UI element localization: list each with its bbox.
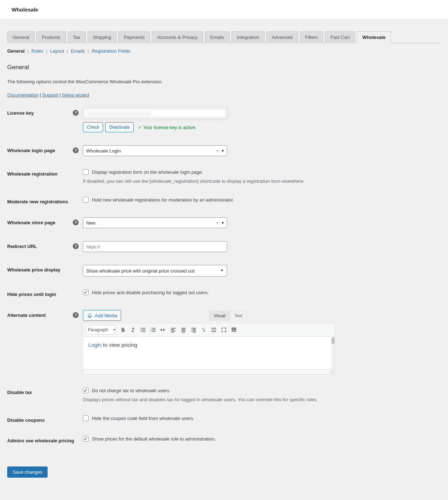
tab-tax[interactable]: Tax [68, 31, 86, 43]
registration-label: Wholesale registration [7, 171, 57, 177]
section-description: The following options control the WooCom… [7, 79, 441, 84]
subtab-layout[interactable]: Layout [50, 48, 64, 54]
editor-tab-visual[interactable]: Visual [209, 311, 230, 321]
redirect-url-input[interactable] [83, 241, 227, 252]
clear-icon[interactable]: × [216, 220, 219, 226]
svg-rect-33 [233, 329, 235, 331]
bold-icon[interactable] [118, 325, 128, 335]
svg-point-0 [141, 328, 142, 329]
bullet-list-icon[interactable] [138, 325, 148, 335]
editor-scrollbar[interactable] [331, 337, 335, 369]
disable-coupons-checkbox[interactable] [83, 415, 89, 421]
clear-icon[interactable]: × [216, 148, 219, 154]
media-icon [87, 313, 93, 318]
admins-see-checkbox[interactable] [83, 436, 89, 442]
svg-rect-21 [193, 329, 196, 330]
svg-rect-31 [235, 328, 236, 329]
svg-rect-34 [235, 329, 236, 331]
tab-wholesale[interactable]: Wholesale [357, 31, 391, 43]
license-check-button[interactable]: Check [83, 122, 103, 132]
save-changes-button[interactable]: Save changes [7, 466, 48, 478]
price-display-select[interactable]: Show wholesale price with original price… [83, 265, 227, 276]
svg-rect-14 [171, 331, 176, 331]
tab-products[interactable]: Products [36, 31, 66, 43]
subtab-registration-fields[interactable]: Registration Fields [92, 48, 130, 54]
italic-icon[interactable] [128, 325, 138, 335]
alt-content-label: Alternate content [7, 313, 46, 318]
svg-point-4 [141, 331, 142, 332]
quote-icon[interactable] [159, 325, 168, 335]
editor-toolbar: Paragraph 123 [83, 323, 335, 337]
setup-wizard-link[interactable]: Setup wizard [62, 92, 89, 98]
documentation-link[interactable]: Documentation [7, 92, 39, 98]
license-key-input[interactable] [83, 108, 227, 119]
hide-prices-checkbox[interactable] [83, 289, 89, 295]
tab-filters[interactable]: Filters [300, 31, 323, 43]
chevron-down-icon: ▾ [222, 220, 224, 225]
help-icon[interactable]: ? [73, 312, 79, 318]
store-page-select[interactable]: New × ▾ [83, 217, 227, 228]
moderate-label: Moderate new registrations [7, 199, 68, 204]
help-icon[interactable]: ? [73, 147, 79, 153]
tab-integration[interactable]: Integration [231, 31, 264, 43]
svg-rect-11 [152, 331, 155, 332]
svg-rect-1 [142, 328, 145, 329]
svg-rect-16 [181, 328, 186, 329]
support-link[interactable]: Support [42, 92, 59, 98]
svg-rect-27 [213, 329, 214, 330]
login-page-select[interactable]: Wholesale Login × ▾ [83, 145, 227, 156]
svg-rect-25 [212, 331, 216, 332]
editor-resize-handle[interactable] [83, 369, 335, 374]
svg-rect-32 [232, 329, 233, 331]
login-page-label: Wholesale login page [7, 148, 55, 153]
svg-rect-13 [171, 329, 174, 330]
tab-emails[interactable]: Emails [205, 31, 230, 43]
link-icon[interactable] [199, 325, 208, 335]
disable-tax-label: Disable tax [7, 390, 32, 395]
add-media-button[interactable]: Add Media [83, 310, 121, 321]
chevron-down-icon: ▾ [222, 148, 224, 153]
tab-shipping[interactable]: Shipping [88, 31, 117, 43]
align-left-icon[interactable] [169, 325, 178, 335]
help-icon[interactable]: ? [73, 110, 79, 116]
format-select[interactable]: Paragraph [85, 325, 115, 335]
svg-rect-29 [232, 328, 233, 329]
subtab-roles[interactable]: Roles [31, 48, 43, 54]
align-right-icon[interactable] [189, 325, 198, 335]
svg-rect-17 [182, 329, 185, 330]
page-title: Wholesale [12, 6, 436, 13]
svg-rect-19 [182, 332, 185, 332]
number-list-icon[interactable]: 123 [148, 325, 158, 335]
registration-check-label: Display registration form on the wholesa… [92, 169, 203, 175]
doc-links: Documentation|Support|Setup wizard [7, 92, 441, 98]
tab-accounts-privacy[interactable]: Accounts & Privacy [152, 31, 203, 43]
tab-general[interactable]: General [7, 31, 35, 43]
align-center-icon[interactable] [179, 325, 188, 335]
disable-tax-checkbox[interactable] [83, 388, 89, 393]
toolbar-toggle-icon[interactable] [229, 325, 239, 335]
svg-rect-15 [171, 332, 174, 332]
settings-tabs: GeneralProductsTaxShippingPaymentsAccoun… [7, 19, 441, 43]
tab-advanced[interactable]: Advanced [266, 31, 298, 43]
help-icon[interactable]: ? [73, 243, 79, 249]
fullscreen-icon[interactable] [219, 325, 229, 335]
svg-rect-5 [142, 331, 145, 332]
editor-login-link[interactable]: Login [88, 342, 102, 348]
svg-rect-28 [215, 329, 216, 330]
svg-rect-24 [212, 328, 216, 329]
tab-payments[interactable]: Payments [118, 31, 150, 43]
admins-see-check-label: Show prices for the default wholesale ro… [92, 436, 216, 442]
editor-tab-text[interactable]: Text [230, 311, 247, 321]
hide-prices-check-label: Hide prices and disable purchasing for l… [92, 290, 209, 295]
registration-checkbox[interactable] [83, 169, 89, 175]
read-more-icon[interactable] [209, 325, 218, 335]
subtab-general[interactable]: General [7, 48, 25, 54]
license-deactivate-button[interactable]: Deactivate [105, 122, 134, 132]
moderate-checkbox[interactable] [83, 197, 89, 203]
editor-body[interactable]: Login to view pricing [83, 337, 335, 369]
help-icon[interactable]: ? [73, 220, 79, 225]
section-title: General [7, 64, 441, 71]
tab-fast-cart[interactable]: Fast Cart [325, 31, 355, 43]
settings-subtabs: General | Roles | Layout | Emails | Regi… [7, 48, 441, 54]
subtab-emails[interactable]: Emails [71, 48, 85, 54]
